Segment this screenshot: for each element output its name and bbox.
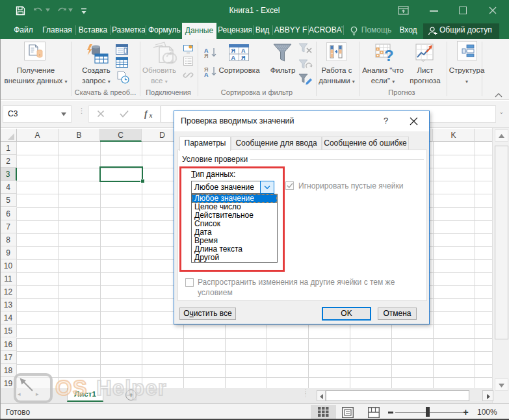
svg-text:Я: Я: [231, 47, 235, 54]
svg-text:?: ?: [384, 47, 394, 62]
svg-text:Я: Я: [241, 55, 245, 61]
svg-text:А: А: [204, 72, 209, 77]
svg-text:x: x: [149, 112, 153, 119]
svg-text:А: А: [231, 55, 236, 61]
svg-text:А: А: [241, 47, 246, 54]
svg-text:f: f: [144, 109, 148, 119]
svg-text:Я: Я: [204, 53, 208, 58]
